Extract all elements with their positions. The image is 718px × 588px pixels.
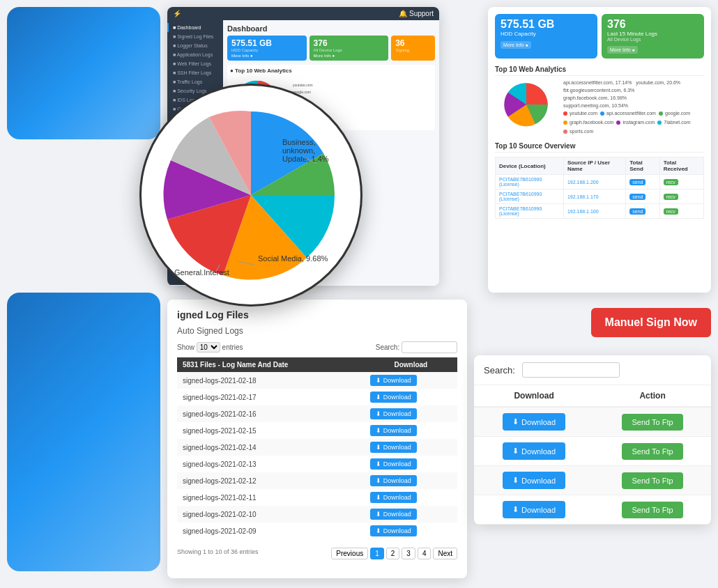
log-name-9: signed-logs-2021-02-09 <box>177 523 365 539</box>
right-stats: 575.51 GB HDD Capacity More Info ● 376 L… <box>495 14 704 59</box>
dash-support: 🔔 Support <box>399 10 434 17</box>
send-ftp-btn-3[interactable]: Send To Ftp <box>622 502 682 518</box>
download-icon-4: ⬇ <box>376 444 381 451</box>
blue-gradient-panel-bottom <box>7 293 160 571</box>
sidebar-item-dashboard[interactable]: ■ Dashboard <box>167 23 223 32</box>
download-icon-5: ⬇ <box>376 461 381 467</box>
source-2: 192.168.1.170 <box>563 189 625 204</box>
web-analytics-title: Top 10 Web Analytics <box>495 65 704 76</box>
search-label: Search: <box>376 341 457 353</box>
log-row: signed-logs-2021-02-16 ⬇ Download <box>177 405 457 422</box>
page-1-btn[interactable]: 1 <box>370 548 384 559</box>
magnified-pie-chart: Business, unknown, Update, 1.4% Social M… <box>139 84 362 307</box>
source-row-3: PCITABE7B610990 (License) 192.168.1.100 … <box>496 204 704 219</box>
stat-hdd: 575.51 GB HDD Capacity More Info ● <box>227 36 307 61</box>
log-row: signed-logs-2021-02-10 ⬇ Download <box>177 506 457 523</box>
source-overview-title: Top 10 Source Overview <box>495 142 704 153</box>
sign-download-btn-0[interactable]: ⬇ Download <box>503 413 565 431</box>
svg-text:youtube.com: youtube.com <box>293 83 313 87</box>
sign-row: ⬇ Download Send To Ftp <box>474 495 711 525</box>
download-icon-8: ⬇ <box>376 511 381 518</box>
send-ftp-btn-0[interactable]: Send To Ftp <box>622 414 682 431</box>
send-ftp-btn-1[interactable]: Send To Ftp <box>622 443 682 460</box>
download-icon-0: ⬇ <box>376 377 381 384</box>
pie-legend: api.accessnetfilter.com, 17.14% youtube.… <box>563 80 704 135</box>
send-badge-2: send <box>629 194 646 200</box>
right-pie-chart <box>495 80 558 129</box>
log-name-6: signed-logs-2021-02-12 <box>177 472 365 489</box>
log-row: signed-logs-2021-02-12 ⬇ Download <box>177 472 457 489</box>
download-btn-6[interactable]: ⬇ Download <box>370 475 417 486</box>
legend-sports: sports.com <box>563 129 593 134</box>
col-source: Source IP / User Name <box>563 157 625 175</box>
signed-logs-panel: igned Log Files Auto Signed Logs Show 10… <box>167 300 467 578</box>
recv-badge-3: recv <box>664 208 678 215</box>
sign-row: ⬇ Download Send To Ftp <box>474 407 711 437</box>
sign-search-bar: Search: <box>474 355 711 385</box>
download-icon-9: ⬇ <box>376 527 381 534</box>
log-search-input[interactable] <box>402 341 457 353</box>
large-pie-svg: Business, unknown, Update, 1.4% Social M… <box>153 98 349 293</box>
sign-search-input[interactable] <box>522 362 620 378</box>
download-btn-5[interactable]: ⬇ Download <box>370 458 417 470</box>
download-btn-2[interactable]: ⬇ Download <box>370 408 417 419</box>
prev-btn[interactable]: Previous <box>331 548 368 559</box>
sign-download-btn-3[interactable]: ⬇ Download <box>503 501 565 518</box>
legend-fb: graph.facebook.com <box>563 120 613 125</box>
sidebar-item-app[interactable]: ■ Application Logs <box>167 50 223 59</box>
sidebar-item-ssh[interactable]: ■ SSH Filter Logs <box>167 68 223 77</box>
pagination: Previous 1 2 3 4 Next <box>331 548 457 559</box>
download-btn-0[interactable]: ⬇ Download <box>370 375 417 386</box>
download-btn-3[interactable]: ⬇ Download <box>370 425 417 436</box>
col-send: Total Send <box>626 157 659 175</box>
next-btn[interactable]: Next <box>433 548 457 559</box>
more-info-hdd[interactable]: More Info ● <box>231 54 303 58</box>
log-name-2: signed-logs-2021-02-16 <box>177 405 365 422</box>
legend-instagram: instagram.com <box>616 120 655 125</box>
sign-table-area: Search: Download Action ⬇ Download Send … <box>474 355 711 525</box>
page-4-btn[interactable]: 4 <box>418 548 431 559</box>
download-btn-8[interactable]: ⬇ Download <box>370 509 417 520</box>
signed-logs-title: igned Log Files <box>177 309 457 320</box>
legend-youtube: youtube.com <box>563 111 597 116</box>
entries-select[interactable]: 10 25 50 <box>197 342 220 353</box>
svg-text:Social Media, 9.68%: Social Media, 9.68% <box>258 254 328 263</box>
page-2-btn[interactable]: 2 <box>386 548 400 559</box>
sign-download-btn-2[interactable]: ⬇ Download <box>503 472 565 489</box>
sidebar-item-web[interactable]: ■ Web Filter Logs <box>167 59 223 68</box>
send-badge-1: send <box>629 179 646 185</box>
sign-row: ⬇ Download Send To Ftp <box>474 437 711 466</box>
download-btn-1[interactable]: ⬇ Download <box>370 392 417 403</box>
log-row: signed-logs-2021-02-11 ⬇ Download <box>177 489 457 506</box>
recv-badge-2: recv <box>664 194 678 200</box>
device-2: PCITABE7B610990 (License) <box>496 189 564 204</box>
col-download-header: Download <box>474 385 594 407</box>
dash-header: ⚡ 🔔 Support <box>167 7 439 20</box>
download-btn-9[interactable]: ⬇ Download <box>370 525 417 536</box>
send-ftp-btn-2[interactable]: Send To Ftp <box>622 472 682 489</box>
legend-api: api.accessnetfilter.com <box>600 111 656 116</box>
sidebar-item-logger[interactable]: ■ Logger Status <box>167 41 223 50</box>
col-log-name: 5831 Files - Log Name And Date <box>177 357 365 372</box>
more-info-hdd-btn[interactable]: More Info ● <box>501 41 531 49</box>
more-info-logs-btn[interactable]: More Info ● <box>607 46 638 54</box>
stat-signing: 36 Signing <box>391 36 435 61</box>
pie-section: api.accessnetfilter.com, 17.14% youtube.… <box>495 80 704 135</box>
dash-stats: 575.51 GB HDD Capacity More Info ● 376 A… <box>227 36 435 61</box>
svg-text:unknown,: unknown, <box>282 146 315 155</box>
download-btn-4[interactable]: ⬇ Download <box>370 442 417 453</box>
log-table: 5831 Files - Log Name And Date Download … <box>177 357 457 539</box>
sign-download-btn-1[interactable]: ⬇ Download <box>503 442 565 460</box>
log-name-1: signed-logs-2021-02-17 <box>177 389 365 405</box>
download-icon-7: ⬇ <box>376 494 381 501</box>
sign-table: Download Action ⬇ Download Send To Ftp ⬇… <box>474 385 711 525</box>
svg-text:Update, 1.4%: Update, 1.4% <box>282 155 329 163</box>
signed-logs-subtitle: Auto Signed Logs <box>177 326 457 336</box>
page-3-btn[interactable]: 3 <box>402 548 415 559</box>
manuel-sign-now-button[interactable]: Manuel Sign Now <box>591 308 711 337</box>
sidebar-item-signed[interactable]: ■ Signed Log Files <box>167 32 223 41</box>
sidebar-item-traffic[interactable]: ■ Traffic Logs <box>167 77 223 86</box>
svg-text:General.Interest: General.Interest <box>174 268 229 277</box>
more-info-logs[interactable]: More Info ● <box>314 54 385 58</box>
download-btn-7[interactable]: ⬇ Download <box>370 492 417 503</box>
